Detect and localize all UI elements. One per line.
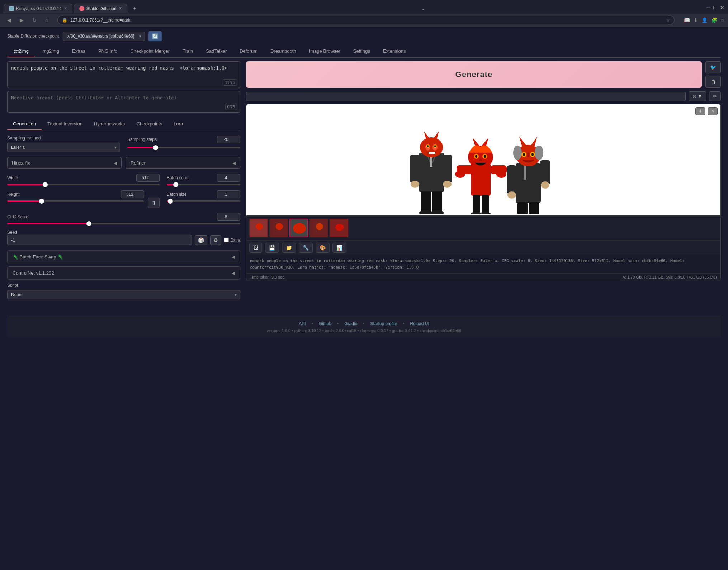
hires-fix-toggle[interactable]: Hires. fix ◀ bbox=[7, 157, 122, 169]
tab-sd-close[interactable]: ✕ bbox=[119, 6, 122, 11]
trash-button[interactable]: 🗑 bbox=[705, 76, 721, 88]
palette-button[interactable]: 🎨 bbox=[316, 243, 330, 253]
sampling-steps-thumb[interactable] bbox=[153, 145, 158, 150]
send-to-extras-button[interactable]: 🔧 bbox=[299, 243, 313, 253]
seed-recycle-button[interactable]: ♻ bbox=[210, 235, 221, 245]
footer-api-link[interactable]: API bbox=[299, 321, 306, 326]
svg-rect-22 bbox=[429, 152, 431, 154]
footer-dot-1: • bbox=[312, 321, 313, 326]
reload-button[interactable]: ↻ bbox=[29, 16, 39, 24]
subtab-hypernetworks[interactable]: Hypernetworks bbox=[88, 118, 131, 130]
svg-rect-31 bbox=[482, 195, 489, 214]
batch-size-input[interactable] bbox=[217, 190, 240, 198]
footer-reload-link[interactable]: Reload UI bbox=[410, 321, 429, 326]
thumbnail-4[interactable] bbox=[330, 219, 348, 237]
cfg-scale-thumb[interactable] bbox=[86, 221, 91, 226]
tab-kohya[interactable]: Kohya_ss GUI v23.0.14 ✕ bbox=[4, 4, 72, 13]
zip-button[interactable]: 📁 bbox=[282, 243, 296, 253]
height-input[interactable] bbox=[121, 190, 144, 198]
cfg-scale-input[interactable] bbox=[217, 213, 240, 221]
twitter-button[interactable]: 🐦 bbox=[705, 61, 721, 73]
negative-prompt-area: 0/75 bbox=[7, 91, 240, 113]
tab-extensions[interactable]: Extensions bbox=[377, 46, 412, 57]
tab-img2img[interactable]: img2img bbox=[35, 46, 66, 57]
forward-button[interactable]: ▶ bbox=[17, 16, 27, 24]
negative-prompt-textarea[interactable] bbox=[8, 91, 240, 111]
image-close-button[interactable]: ✕ bbox=[708, 107, 718, 115]
width-slider[interactable] bbox=[7, 184, 160, 185]
tab-deforum[interactable]: Deforum bbox=[233, 46, 264, 57]
seed-input[interactable] bbox=[7, 235, 192, 245]
swap-dimensions-button[interactable]: ⇅ bbox=[148, 198, 160, 208]
close-button[interactable]: ✕ bbox=[720, 4, 724, 11]
cfg-scale-slider[interactable] bbox=[7, 223, 240, 224]
thumbnail-0[interactable] bbox=[249, 219, 268, 237]
tab-kohya-close[interactable]: ✕ bbox=[64, 6, 67, 11]
tab-dreambooth[interactable]: Dreambooth bbox=[264, 46, 303, 57]
new-tab-button[interactable]: ＋ bbox=[129, 3, 141, 14]
batch-size-thumb[interactable] bbox=[168, 199, 173, 204]
pocket-icon[interactable]: 📖 bbox=[684, 17, 690, 23]
sampling-steps-slider[interactable] bbox=[127, 147, 240, 148]
home-button[interactable]: ⌂ bbox=[42, 16, 51, 24]
style-pen-button[interactable]: ✏ bbox=[709, 91, 721, 101]
sampling-steps-input[interactable] bbox=[217, 136, 240, 143]
style-input[interactable] bbox=[246, 92, 686, 101]
svg-rect-24 bbox=[433, 152, 435, 154]
save-button[interactable]: 💾 bbox=[265, 243, 279, 253]
controlnet-arrow: ◀ bbox=[232, 271, 235, 276]
subtab-checkpoints[interactable]: Checkpoints bbox=[131, 118, 168, 130]
batch-count-slider[interactable] bbox=[167, 184, 240, 185]
checkpoint-refresh-button[interactable]: 🔄 bbox=[148, 31, 162, 41]
thumbnail-2[interactable] bbox=[289, 219, 308, 237]
style-close-button[interactable]: ✕ ▼ bbox=[689, 91, 706, 101]
tab-train[interactable]: Train bbox=[176, 46, 199, 57]
image-download-button[interactable]: ⬇ bbox=[695, 107, 705, 115]
subtab-lora[interactable]: Lora bbox=[168, 118, 189, 130]
tab-image-browser[interactable]: Image Browser bbox=[303, 46, 347, 57]
width-thumb[interactable] bbox=[43, 182, 48, 187]
refiner-toggle[interactable]: Refiner ◀ bbox=[126, 157, 240, 169]
width-input[interactable] bbox=[136, 174, 160, 182]
subtab-textual-inversion[interactable]: Textual Inversion bbox=[42, 118, 88, 130]
seed-random-button[interactable]: 🎲 bbox=[195, 235, 207, 245]
height-thumb[interactable] bbox=[39, 199, 44, 204]
batch-count-input[interactable] bbox=[217, 174, 240, 182]
url-bar[interactable]: 🔒 127.0.0.1:7861/?__theme=dark ☆ bbox=[57, 16, 674, 24]
prompt-textarea[interactable]: nomask people on the street in rotterdam… bbox=[8, 62, 240, 87]
generate-button[interactable]: Generate bbox=[246, 61, 702, 88]
tab-txt2img[interactable]: txt2img bbox=[7, 46, 35, 57]
batch-size-slider[interactable] bbox=[167, 200, 240, 202]
thumbnail-3[interactable] bbox=[309, 219, 328, 237]
batch-count-thumb[interactable] bbox=[173, 182, 178, 187]
footer-startup-link[interactable]: Startup profile bbox=[370, 321, 397, 326]
maximize-button[interactable]: □ bbox=[713, 4, 717, 11]
tab-checkpoint-merger[interactable]: Checkpoint Merger bbox=[124, 46, 176, 57]
back-button[interactable]: ◀ bbox=[4, 16, 14, 24]
tab-overflow-button[interactable]: ⌄ bbox=[419, 4, 428, 13]
tab-stable-diffusion[interactable]: Stable Diffusion ✕ bbox=[74, 4, 127, 13]
info-button[interactable]: 📊 bbox=[332, 243, 346, 253]
extra-checkbox[interactable] bbox=[224, 238, 229, 242]
controlnet-header[interactable]: ControlNet v1.1.202 ◀ bbox=[8, 267, 240, 279]
download-icon[interactable]: ⬇ bbox=[694, 17, 698, 23]
menu-icon[interactable]: ≡ bbox=[721, 17, 724, 23]
star-icon[interactable]: ☆ bbox=[666, 18, 670, 23]
send-to-img2img-button[interactable]: 🖼 bbox=[249, 243, 262, 253]
footer-gradio-link[interactable]: Gradio bbox=[344, 321, 357, 326]
subtab-generation[interactable]: Generation bbox=[7, 118, 42, 130]
tab-png-info[interactable]: PNG Info bbox=[92, 46, 124, 57]
tab-sadtalker[interactable]: SadTalker bbox=[199, 46, 233, 57]
sampling-method-select[interactable]: Euler a bbox=[7, 143, 120, 152]
thumbnail-1[interactable] bbox=[269, 219, 288, 237]
checkpoint-select[interactable]: tV30_v30.safetensors [cbfba64e66] bbox=[63, 32, 145, 41]
height-slider[interactable] bbox=[7, 200, 144, 202]
batch-face-swap-header[interactable]: 🦎 Batch Face Swap 🦎 ◀ bbox=[8, 251, 240, 263]
tab-settings[interactable]: Settings bbox=[347, 46, 377, 57]
extension-icon[interactable]: 🧩 bbox=[711, 17, 717, 23]
script-select[interactable]: None bbox=[7, 290, 240, 299]
profile-icon[interactable]: 👤 bbox=[701, 17, 708, 23]
minimize-button[interactable]: ─ bbox=[706, 4, 710, 11]
tab-extras[interactable]: Extras bbox=[66, 46, 92, 57]
footer-github-link[interactable]: Github bbox=[319, 321, 331, 326]
